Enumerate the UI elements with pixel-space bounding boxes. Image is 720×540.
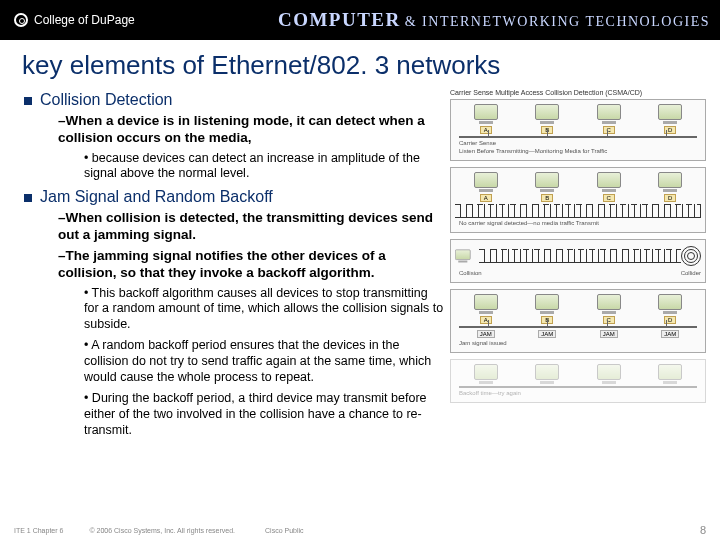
header-right-rest: & INTERNETWORKING TECHNOLOGIES xyxy=(405,14,710,30)
bullet-square-icon xyxy=(24,194,32,202)
signal-wave-icon xyxy=(479,249,681,263)
pc-a: A xyxy=(474,104,498,134)
page-number: 8 xyxy=(700,524,706,536)
college-name: College of DuPage xyxy=(34,13,135,27)
collision-row xyxy=(455,246,701,266)
footer: ITE 1 Chapter 6 © 2006 Cisco Systems, In… xyxy=(0,524,720,536)
diagram-column: Carrier Sense Multiple Access Collision … xyxy=(444,89,706,444)
slide-title: key elements of Ethernet/802. 3 networks xyxy=(0,40,720,89)
section1-sub1: –When a device is in listening mode, it … xyxy=(58,113,444,147)
footer-copyright: © 2006 Cisco Systems, Inc. All rights re… xyxy=(89,527,235,534)
diagram-title: Carrier Sense Multiple Access Collision … xyxy=(450,89,706,96)
diagram-panel-1: A B C D Carrier Sense Listen Before Tran… xyxy=(450,99,706,161)
bus-line xyxy=(459,326,697,328)
section2-sub1: –When collision is detected, the transmi… xyxy=(58,210,444,244)
panel3-cap-a: Collision xyxy=(459,270,482,276)
pc-row: A B C D xyxy=(455,172,701,202)
pc-d: D xyxy=(658,294,682,324)
pc-c xyxy=(597,364,621,384)
panel1-cap-b: Listen Before Transmitting—Monitoring Me… xyxy=(459,148,701,154)
jam-label: JAM xyxy=(477,330,495,338)
pc-c: C xyxy=(597,294,621,324)
signal-row xyxy=(455,204,701,218)
section1-heading: Collision Detection xyxy=(24,91,444,109)
jam-label: JAM xyxy=(538,330,556,338)
section1-detail1: • because devices can detect an increase… xyxy=(84,151,444,182)
pc-row: A B C D xyxy=(455,294,701,324)
diagram-panel-5: Backoff time—try again xyxy=(450,359,706,403)
section2-detail3: • During the backoff period, a third dev… xyxy=(84,391,444,438)
collision-icon xyxy=(681,246,701,266)
pc-d: D xyxy=(658,104,682,134)
text-column: Collision Detection –When a device is in… xyxy=(14,89,444,444)
pc-c: C xyxy=(597,172,621,202)
panel2-cap: No carrier signal detected—no media traf… xyxy=(459,220,701,226)
signal-wave-icon xyxy=(455,204,701,218)
panel5-cap: Backoff time—try again xyxy=(459,390,701,396)
pc-d xyxy=(658,364,682,384)
jam-row: JAM JAM JAM JAM xyxy=(455,330,701,338)
pc-row xyxy=(455,364,701,384)
pc-b xyxy=(535,364,559,384)
pc-c: C xyxy=(597,104,621,134)
pc-b: B xyxy=(535,172,559,202)
footer-public: Cisco Public xyxy=(265,527,304,534)
pc-a xyxy=(474,364,498,384)
header-right-bold: COMPUTER xyxy=(278,9,401,31)
pc-a-small xyxy=(455,250,471,263)
diagram-panel-3: Collision Collider xyxy=(450,239,706,283)
section2-heading: Jam Signal and Random Backoff xyxy=(24,188,444,206)
section2-sub2: –The jamming signal notifies the other d… xyxy=(58,248,444,282)
jam-label: JAM xyxy=(600,330,618,338)
pc-row: A B C D xyxy=(455,104,701,134)
diagram-panel-2: A B C D No carrier signal detected—no me… xyxy=(450,167,706,233)
pc-d: D xyxy=(658,172,682,202)
diagram-panel-4: A B C D JAM JAM JAM JAM Jam signal issue… xyxy=(450,289,706,353)
bus-line xyxy=(459,136,697,138)
section2-detail1: • This backoff algorithm causes all devi… xyxy=(84,286,444,333)
logo-icon xyxy=(14,13,28,27)
college-logo: College of DuPage xyxy=(0,13,135,27)
pc-a: A xyxy=(474,172,498,202)
jam-label: JAM xyxy=(661,330,679,338)
content-area: Collision Detection –When a device is in… xyxy=(0,89,720,444)
section1-text: Collision Detection xyxy=(40,91,173,109)
bullet-square-icon xyxy=(24,97,32,105)
header-right-title: COMPUTER & INTERNETWORKING TECHNOLOGIES xyxy=(278,9,720,31)
panel3-cap-b: Collider xyxy=(681,270,701,276)
bus-line xyxy=(459,386,697,388)
panel1-cap-a: Carrier Sense xyxy=(459,140,701,146)
header-bar: College of DuPage COMPUTER & INTERNETWOR… xyxy=(0,0,720,40)
section2-text: Jam Signal and Random Backoff xyxy=(40,188,273,206)
section2-detail2: • A random backoff period ensures that t… xyxy=(84,338,444,385)
footer-chapter: ITE 1 Chapter 6 xyxy=(14,527,63,534)
panel4-cap: Jam signal issued xyxy=(459,340,701,346)
pc-a: A xyxy=(474,294,498,324)
